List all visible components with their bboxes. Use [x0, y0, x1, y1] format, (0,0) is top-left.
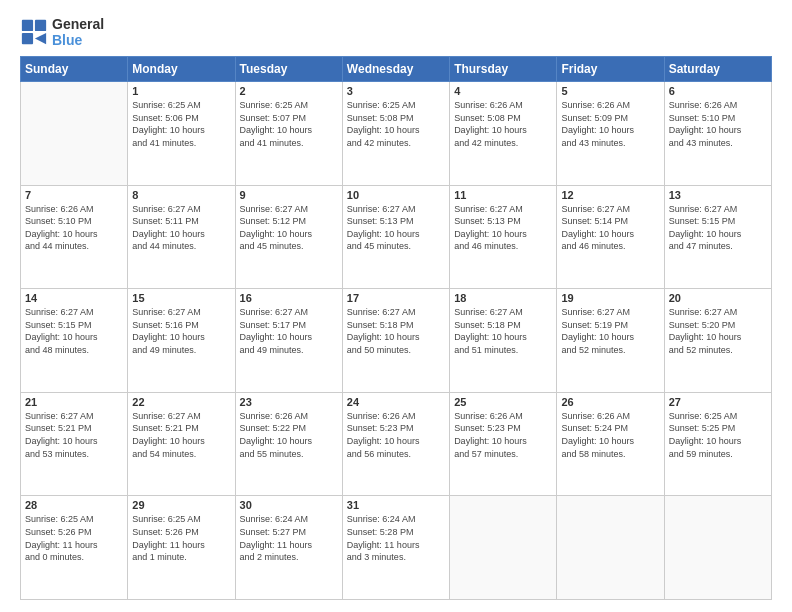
day-info: Sunrise: 6:27 AM Sunset: 5:14 PM Dayligh…: [561, 203, 659, 253]
day-info: Sunrise: 6:24 AM Sunset: 5:28 PM Dayligh…: [347, 513, 445, 563]
calendar-cell: 18Sunrise: 6:27 AM Sunset: 5:18 PM Dayli…: [450, 289, 557, 393]
day-number: 10: [347, 189, 445, 201]
day-info: Sunrise: 6:27 AM Sunset: 5:15 PM Dayligh…: [25, 306, 123, 356]
day-number: 14: [25, 292, 123, 304]
day-header-saturday: Saturday: [664, 57, 771, 82]
day-header-thursday: Thursday: [450, 57, 557, 82]
page: General Blue SundayMondayTuesdayWednesda…: [0, 0, 792, 612]
day-number: 11: [454, 189, 552, 201]
calendar-cell: 27Sunrise: 6:25 AM Sunset: 5:25 PM Dayli…: [664, 392, 771, 496]
calendar-cell: 28Sunrise: 6:25 AM Sunset: 5:26 PM Dayli…: [21, 496, 128, 600]
calendar-cell: 14Sunrise: 6:27 AM Sunset: 5:15 PM Dayli…: [21, 289, 128, 393]
calendar-cell: 26Sunrise: 6:26 AM Sunset: 5:24 PM Dayli…: [557, 392, 664, 496]
logo-icon: [20, 18, 48, 46]
calendar-cell: 5Sunrise: 6:26 AM Sunset: 5:09 PM Daylig…: [557, 82, 664, 186]
day-info: Sunrise: 6:25 AM Sunset: 5:06 PM Dayligh…: [132, 99, 230, 149]
calendar-cell: 23Sunrise: 6:26 AM Sunset: 5:22 PM Dayli…: [235, 392, 342, 496]
day-number: 21: [25, 396, 123, 408]
day-info: Sunrise: 6:26 AM Sunset: 5:08 PM Dayligh…: [454, 99, 552, 149]
calendar-cell: 7Sunrise: 6:26 AM Sunset: 5:10 PM Daylig…: [21, 185, 128, 289]
calendar-week-5: 28Sunrise: 6:25 AM Sunset: 5:26 PM Dayli…: [21, 496, 772, 600]
calendar-cell: 12Sunrise: 6:27 AM Sunset: 5:14 PM Dayli…: [557, 185, 664, 289]
day-number: 22: [132, 396, 230, 408]
day-number: 4: [454, 85, 552, 97]
day-info: Sunrise: 6:26 AM Sunset: 5:23 PM Dayligh…: [454, 410, 552, 460]
day-number: 18: [454, 292, 552, 304]
day-number: 2: [240, 85, 338, 97]
day-number: 29: [132, 499, 230, 511]
day-info: Sunrise: 6:27 AM Sunset: 5:11 PM Dayligh…: [132, 203, 230, 253]
calendar-cell: 3Sunrise: 6:25 AM Sunset: 5:08 PM Daylig…: [342, 82, 449, 186]
day-info: Sunrise: 6:27 AM Sunset: 5:20 PM Dayligh…: [669, 306, 767, 356]
day-info: Sunrise: 6:25 AM Sunset: 5:26 PM Dayligh…: [25, 513, 123, 563]
day-info: Sunrise: 6:26 AM Sunset: 5:22 PM Dayligh…: [240, 410, 338, 460]
day-info: Sunrise: 6:27 AM Sunset: 5:18 PM Dayligh…: [454, 306, 552, 356]
day-number: 19: [561, 292, 659, 304]
day-number: 1: [132, 85, 230, 97]
svg-rect-1: [35, 20, 46, 31]
svg-marker-3: [35, 33, 46, 44]
day-number: 5: [561, 85, 659, 97]
calendar-cell: 8Sunrise: 6:27 AM Sunset: 5:11 PM Daylig…: [128, 185, 235, 289]
day-number: 7: [25, 189, 123, 201]
calendar-cell: 1Sunrise: 6:25 AM Sunset: 5:06 PM Daylig…: [128, 82, 235, 186]
calendar-cell: 24Sunrise: 6:26 AM Sunset: 5:23 PM Dayli…: [342, 392, 449, 496]
calendar-cell: 9Sunrise: 6:27 AM Sunset: 5:12 PM Daylig…: [235, 185, 342, 289]
day-info: Sunrise: 6:26 AM Sunset: 5:24 PM Dayligh…: [561, 410, 659, 460]
day-header-monday: Monday: [128, 57, 235, 82]
day-number: 27: [669, 396, 767, 408]
calendar-cell: [557, 496, 664, 600]
day-number: 28: [25, 499, 123, 511]
logo-text: General Blue: [52, 16, 104, 48]
day-info: Sunrise: 6:25 AM Sunset: 5:26 PM Dayligh…: [132, 513, 230, 563]
day-info: Sunrise: 6:27 AM Sunset: 5:12 PM Dayligh…: [240, 203, 338, 253]
calendar-cell: 29Sunrise: 6:25 AM Sunset: 5:26 PM Dayli…: [128, 496, 235, 600]
day-info: Sunrise: 6:27 AM Sunset: 5:13 PM Dayligh…: [454, 203, 552, 253]
day-info: Sunrise: 6:26 AM Sunset: 5:09 PM Dayligh…: [561, 99, 659, 149]
day-number: 23: [240, 396, 338, 408]
day-header-friday: Friday: [557, 57, 664, 82]
day-number: 13: [669, 189, 767, 201]
calendar-cell: 15Sunrise: 6:27 AM Sunset: 5:16 PM Dayli…: [128, 289, 235, 393]
calendar-cell: 2Sunrise: 6:25 AM Sunset: 5:07 PM Daylig…: [235, 82, 342, 186]
day-info: Sunrise: 6:24 AM Sunset: 5:27 PM Dayligh…: [240, 513, 338, 563]
day-number: 20: [669, 292, 767, 304]
logo: General Blue: [20, 16, 104, 48]
calendar-cell: 30Sunrise: 6:24 AM Sunset: 5:27 PM Dayli…: [235, 496, 342, 600]
day-info: Sunrise: 6:25 AM Sunset: 5:07 PM Dayligh…: [240, 99, 338, 149]
day-header-wednesday: Wednesday: [342, 57, 449, 82]
day-info: Sunrise: 6:26 AM Sunset: 5:10 PM Dayligh…: [669, 99, 767, 149]
day-info: Sunrise: 6:27 AM Sunset: 5:17 PM Dayligh…: [240, 306, 338, 356]
svg-rect-2: [22, 33, 33, 44]
calendar-week-2: 7Sunrise: 6:26 AM Sunset: 5:10 PM Daylig…: [21, 185, 772, 289]
day-info: Sunrise: 6:25 AM Sunset: 5:25 PM Dayligh…: [669, 410, 767, 460]
calendar-cell: 10Sunrise: 6:27 AM Sunset: 5:13 PM Dayli…: [342, 185, 449, 289]
day-number: 9: [240, 189, 338, 201]
calendar-cell: 31Sunrise: 6:24 AM Sunset: 5:28 PM Dayli…: [342, 496, 449, 600]
calendar-cell: 21Sunrise: 6:27 AM Sunset: 5:21 PM Dayli…: [21, 392, 128, 496]
day-number: 25: [454, 396, 552, 408]
day-header-sunday: Sunday: [21, 57, 128, 82]
day-info: Sunrise: 6:27 AM Sunset: 5:21 PM Dayligh…: [25, 410, 123, 460]
day-number: 6: [669, 85, 767, 97]
day-info: Sunrise: 6:27 AM Sunset: 5:21 PM Dayligh…: [132, 410, 230, 460]
day-number: 12: [561, 189, 659, 201]
calendar-cell: 13Sunrise: 6:27 AM Sunset: 5:15 PM Dayli…: [664, 185, 771, 289]
calendar-cell: 19Sunrise: 6:27 AM Sunset: 5:19 PM Dayli…: [557, 289, 664, 393]
header: General Blue: [20, 16, 772, 48]
day-number: 30: [240, 499, 338, 511]
calendar-cell: 20Sunrise: 6:27 AM Sunset: 5:20 PM Dayli…: [664, 289, 771, 393]
day-info: Sunrise: 6:27 AM Sunset: 5:16 PM Dayligh…: [132, 306, 230, 356]
calendar-week-1: 1Sunrise: 6:25 AM Sunset: 5:06 PM Daylig…: [21, 82, 772, 186]
calendar-cell: 17Sunrise: 6:27 AM Sunset: 5:18 PM Dayli…: [342, 289, 449, 393]
calendar-cell: [450, 496, 557, 600]
calendar-cell: [21, 82, 128, 186]
calendar-week-3: 14Sunrise: 6:27 AM Sunset: 5:15 PM Dayli…: [21, 289, 772, 393]
day-number: 3: [347, 85, 445, 97]
day-info: Sunrise: 6:27 AM Sunset: 5:19 PM Dayligh…: [561, 306, 659, 356]
calendar-cell: 22Sunrise: 6:27 AM Sunset: 5:21 PM Dayli…: [128, 392, 235, 496]
day-number: 15: [132, 292, 230, 304]
day-number: 8: [132, 189, 230, 201]
day-number: 26: [561, 396, 659, 408]
calendar-week-4: 21Sunrise: 6:27 AM Sunset: 5:21 PM Dayli…: [21, 392, 772, 496]
